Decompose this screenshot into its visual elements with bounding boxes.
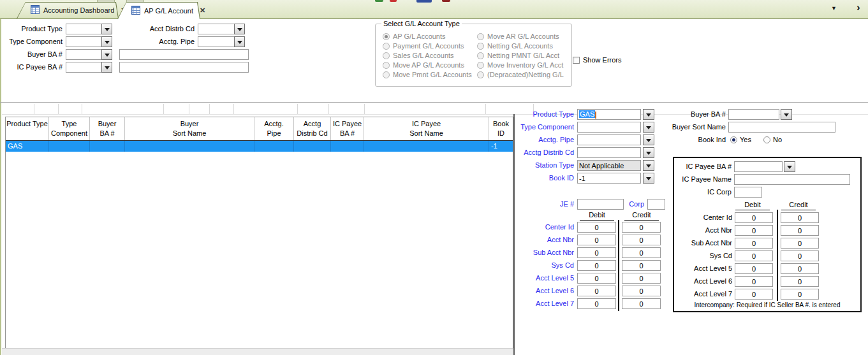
acct-level-7-debit-field[interactable] <box>577 298 616 309</box>
center-id-credit-field[interactable] <box>622 222 661 233</box>
ic-payee-ba-select[interactable] <box>66 62 102 73</box>
tab-overflow-dropdown-icon[interactable]: ▼ <box>831 5 837 11</box>
column-header[interactable]: BuyerSort Name <box>125 117 254 140</box>
tab-label: AP G/L Account <box>144 7 193 15</box>
ic-sub-acct-nbr-debit-field[interactable] <box>735 238 773 249</box>
center-id-debit-field[interactable] <box>577 222 616 233</box>
radio-deprecated-netting-gl[interactable] <box>477 71 484 78</box>
type-component-select[interactable] <box>66 36 102 47</box>
ic-sys-cd-debit-field[interactable] <box>735 250 773 261</box>
ic-payee-ba-name-field[interactable] <box>119 62 249 73</box>
radio-label: (Depracated)Netting G/L <box>487 69 573 80</box>
ic-acct-nbr-credit-field[interactable] <box>781 225 819 236</box>
radio-ap-gl-accounts[interactable] <box>383 33 390 40</box>
book-ind-yes-radio[interactable] <box>730 136 737 143</box>
buyer-ba-detail-select[interactable] <box>728 109 779 120</box>
detail-acctg-distrib-cd-select[interactable] <box>577 147 641 158</box>
acctg-pipe-dropdown-arrow[interactable] <box>234 36 245 47</box>
ic-acct-level-5-credit-field[interactable] <box>781 263 819 274</box>
sub-acct-nbr-credit-field[interactable] <box>622 247 661 258</box>
acct-level-5-credit-field[interactable] <box>622 273 661 284</box>
radio-netting-gl-accounts[interactable] <box>477 43 484 50</box>
buyer-sort-name-field[interactable] <box>728 122 835 133</box>
ic-sys-cd-credit-field[interactable] <box>781 250 819 261</box>
ic-gl-row-label: Acct Level 7 <box>676 289 732 300</box>
tab-ap-gl-account[interactable]: AP G/L Account ✕ <box>117 2 200 19</box>
sub-acct-nbr-debit-field[interactable] <box>577 247 616 258</box>
detail-type-component-select[interactable] <box>577 122 641 133</box>
tab-close-icon[interactable]: ✕ <box>200 6 205 15</box>
buyer-ba-detail-dropdown-arrow[interactable] <box>781 109 792 120</box>
book-ind-yes-label: Yes <box>740 134 756 145</box>
detail-product-type-dropdown-arrow[interactable] <box>643 109 654 120</box>
column-header[interactable]: IC PayeeBA # <box>331 117 364 140</box>
detail-book-id-dropdown-arrow[interactable] <box>643 173 654 184</box>
acct-level-7-credit-field[interactable] <box>622 298 661 309</box>
product-type-dropdown-arrow[interactable] <box>101 24 112 34</box>
acct-distrb-cd-select[interactable] <box>198 24 235 34</box>
product-type-select[interactable] <box>66 24 102 34</box>
radio-netting-pmnt-gl-acct[interactable] <box>477 52 484 59</box>
acct-level-6-credit-field[interactable] <box>622 286 661 296</box>
detail-station-type-dropdown-arrow[interactable] <box>643 160 654 171</box>
ic-acct-nbr-debit-field[interactable] <box>735 225 773 236</box>
gl-row-label: Acct Level 6 <box>472 286 574 296</box>
book-ind-no-radio[interactable] <box>763 136 770 143</box>
acct-level-6-debit-field[interactable] <box>577 286 616 296</box>
detail-product-type-label: Product Type <box>485 109 574 120</box>
ic-acct-level-6-debit-field[interactable] <box>735 276 773 287</box>
detail-station-type-select[interactable] <box>577 160 641 171</box>
detail-product-type-select[interactable]: GAS <box>577 109 641 120</box>
detail-type-component-dropdown-arrow[interactable] <box>643 122 654 133</box>
ic-sub-acct-nbr-credit-field[interactable] <box>781 238 819 249</box>
gl-account-table[interactable]: Product Type TypeComponent BuyerBA # Buy… <box>5 117 513 348</box>
ic-corp-field[interactable] <box>734 187 762 198</box>
acct-level-5-debit-field[interactable] <box>577 273 616 284</box>
ic-payee-name-field[interactable] <box>734 174 850 185</box>
column-header[interactable]: Acctg.Pipe <box>254 117 294 140</box>
ic-payee-ba-dropdown-arrow[interactable] <box>101 62 112 73</box>
ic-gl-row-label: Center Id <box>676 212 732 223</box>
column-header[interactable]: AcctgDistrib Cd <box>294 117 331 140</box>
detail-book-id-select[interactable] <box>577 173 641 184</box>
acctg-pipe-select[interactable] <box>198 36 235 47</box>
table-row-selected[interactable]: GAS -1 <box>6 141 513 152</box>
show-errors-label: Show Errors <box>583 55 628 66</box>
buyer-ba-select[interactable] <box>66 49 102 60</box>
corp-field[interactable] <box>647 199 665 210</box>
acct-nbr-credit-field[interactable] <box>622 235 661 245</box>
column-header[interactable]: TypeComponent <box>49 117 90 140</box>
ic-acct-level-7-debit-field[interactable] <box>735 289 773 300</box>
ic-acct-level-5-debit-field[interactable] <box>735 263 773 274</box>
type-component-dropdown-arrow[interactable] <box>101 36 112 47</box>
detail-acctg-pipe-select[interactable] <box>577 134 641 145</box>
buyer-ba-name-field[interactable] <box>119 49 249 60</box>
sys-cd-debit-field[interactable] <box>577 260 616 271</box>
acct-nbr-debit-field[interactable] <box>577 235 616 245</box>
show-errors-checkbox[interactable] <box>573 57 580 64</box>
sys-cd-credit-field[interactable] <box>622 260 661 271</box>
ic-center-id-credit-field[interactable] <box>781 212 819 223</box>
detail-acctg-pipe-dropdown-arrow[interactable] <box>643 134 654 145</box>
radio-move-inventory-gl-acct[interactable] <box>477 62 484 69</box>
tab-overflow-next-icon[interactable]: › <box>857 1 860 14</box>
table-bottom-scroll-area[interactable] <box>2 348 513 355</box>
radio-move-ar-gl-accounts[interactable] <box>477 33 484 40</box>
ic-center-id-debit-field[interactable] <box>735 212 773 223</box>
radio-move-pmnt-gl-accounts[interactable] <box>383 71 390 78</box>
ic-payee-ba-detail-dropdown-arrow[interactable] <box>784 161 795 172</box>
radio-payment-gl-accounts[interactable] <box>383 43 390 50</box>
radio-sales-gl-accounts[interactable] <box>383 52 390 59</box>
tab-accounting-dashboard[interactable]: Accounting Dashboard ✕ <box>17 2 119 18</box>
column-header[interactable]: IC PayeeSort Name <box>364 117 489 140</box>
ic-acct-level-6-credit-field[interactable] <box>781 276 819 287</box>
ic-acct-level-7-credit-field[interactable] <box>781 289 819 300</box>
column-header[interactable]: Product Type <box>6 117 49 140</box>
detail-acctg-distrib-cd-dropdown-arrow[interactable] <box>643 147 654 158</box>
ic-payee-ba-detail-select[interactable] <box>734 161 783 172</box>
radio-move-ap-gl-accounts[interactable] <box>383 62 390 69</box>
acct-distrb-cd-dropdown-arrow[interactable] <box>234 24 245 34</box>
buyer-ba-dropdown-arrow[interactable] <box>101 49 112 60</box>
column-header[interactable]: BuyerBA # <box>90 117 125 140</box>
gl-row-label: Acct Level 7 <box>472 298 574 309</box>
